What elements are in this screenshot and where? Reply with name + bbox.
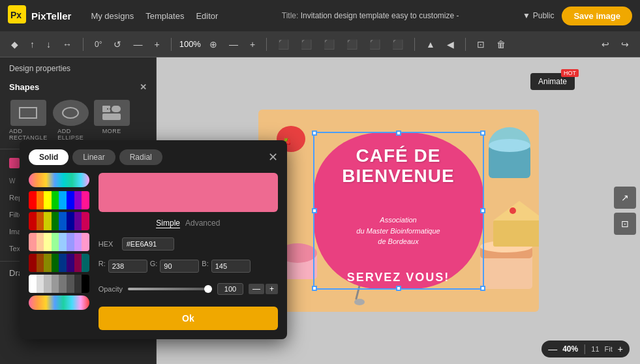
handle-top-center[interactable]	[396, 130, 401, 136]
swatch-indigo[interactable]	[67, 254, 74, 272]
swatch-white[interactable]	[29, 275, 37, 293]
swatch-green[interactable]	[52, 191, 59, 209]
ok-button[interactable]: Ok	[99, 307, 278, 330]
swatch-medblue[interactable]	[59, 212, 67, 230]
swatch-darkgreen[interactable]	[52, 212, 59, 230]
align-bottom-icon[interactable]: ⬛	[389, 38, 406, 51]
swatch-pink[interactable]	[82, 191, 89, 209]
swatch-teal[interactable]	[82, 254, 89, 272]
opacity-icon[interactable]: ⊕	[206, 38, 221, 51]
swatch-lightyellow[interactable]	[44, 233, 52, 251]
swatch-darkorange[interactable]	[37, 212, 44, 230]
nav-templates[interactable]: Templates	[145, 11, 184, 21]
swatch-maroon[interactable]	[29, 254, 37, 272]
delete-icon[interactable]: 🗑	[493, 38, 509, 51]
swatch-cobalt[interactable]	[59, 254, 67, 272]
redo-icon[interactable]: ↪	[618, 38, 632, 51]
swatch-purple[interactable]	[74, 191, 82, 209]
handle-bottom-left[interactable]	[312, 286, 317, 291]
swatch-darkgray[interactable]	[74, 275, 82, 293]
swatch-navy[interactable]	[67, 212, 74, 230]
swatch-black[interactable]	[82, 275, 89, 293]
swatch-brown[interactable]	[37, 254, 44, 272]
visibility-button[interactable]: ▼ Public	[523, 11, 555, 20]
swatch-forest[interactable]	[52, 254, 59, 272]
swatch-darkred[interactable]	[29, 212, 37, 230]
swatch-lightblue[interactable]	[59, 233, 67, 251]
swatch-darkpurple[interactable]	[74, 212, 82, 230]
selected-color-preview[interactable]	[99, 173, 278, 212]
align-vcenter-icon[interactable]: ⬛	[366, 38, 384, 51]
handle-top-left[interactable]	[312, 130, 317, 136]
swatch-gray2[interactable]	[52, 275, 59, 293]
r-input[interactable]	[108, 260, 147, 273]
diamond-icon[interactable]: ◆	[8, 38, 22, 51]
radial-tab[interactable]: Radial	[119, 149, 162, 165]
pro-color-swatch[interactable]	[9, 158, 20, 168]
share-button[interactable]: ↗	[614, 187, 636, 209]
move-horizontal-icon[interactable]: ↔	[59, 38, 75, 51]
swatch-darkyellow[interactable]	[44, 212, 52, 230]
swatch-lightpink[interactable]	[82, 233, 89, 251]
rotate-icon[interactable]: ↺	[110, 38, 125, 51]
gradient-row[interactable]	[29, 173, 89, 187]
copy-canvas-button[interactable]: ⊡	[614, 213, 636, 235]
swatch-lightred[interactable]	[29, 233, 37, 251]
move-up-icon[interactable]: ↑	[27, 38, 38, 51]
minus-icon[interactable]: —	[130, 38, 145, 51]
align-right-icon[interactable]: ⬛	[320, 38, 338, 51]
add-rectangle-item[interactable]: ADDRECTANGLE	[9, 100, 48, 141]
opacity-slider[interactable]	[128, 288, 212, 290]
b-input[interactable]	[211, 260, 251, 273]
swatch-yellow[interactable]	[44, 191, 52, 209]
copy-icon[interactable]: ⊡	[474, 38, 488, 51]
minus2-icon[interactable]: —	[226, 38, 241, 51]
simple-mode[interactable]: Simple	[156, 219, 180, 228]
swatch-lightgreen[interactable]	[52, 233, 59, 251]
undo-icon[interactable]: ↩	[598, 38, 613, 51]
swatch-gray3[interactable]	[59, 275, 67, 293]
zoom-in-button[interactable]: +	[618, 344, 623, 354]
handle-mid-right[interactable]	[480, 208, 485, 213]
swatch-darkpink[interactable]	[82, 212, 89, 230]
swatch-lavender[interactable]	[74, 233, 82, 251]
plus-icon[interactable]: +	[151, 38, 162, 51]
animate-button[interactable]: Animate HOT	[530, 73, 575, 90]
swatch-olive[interactable]	[44, 254, 52, 272]
solid-tab[interactable]: Solid	[29, 149, 69, 165]
swatch-gray4[interactable]	[67, 275, 74, 293]
nav-editor[interactable]: Editor	[196, 11, 218, 21]
picker-close-button[interactable]: ✕	[268, 150, 278, 164]
nav-my-designs[interactable]: My designs	[91, 11, 134, 21]
swatch-darkblue[interactable]	[67, 191, 74, 209]
handle-bottom-center[interactable]	[396, 286, 401, 291]
swatch-crimson[interactable]	[74, 254, 82, 272]
swatch-gray1[interactable]	[44, 275, 52, 293]
align-left-icon[interactable]: ⬛	[275, 38, 292, 51]
zoom-out-button[interactable]: —	[548, 344, 557, 354]
flip-h-icon[interactable]: ▲	[423, 38, 438, 51]
swatch-row-gradient2[interactable]	[29, 296, 89, 310]
save-image-button[interactable]: Save image	[562, 7, 632, 25]
swatch-lightgray[interactable]	[37, 275, 44, 293]
fit-button[interactable]: Fit	[605, 345, 613, 353]
close-icon[interactable]: ✕	[140, 82, 147, 92]
add-ellipse-item[interactable]: ADDELLIPSE	[53, 100, 89, 141]
plus2-icon[interactable]: +	[247, 38, 258, 51]
swatch-orange[interactable]	[37, 191, 44, 209]
handle-top-right[interactable]	[480, 130, 485, 136]
align-top-icon[interactable]: ⬛	[343, 38, 361, 51]
swatch-red[interactable]	[29, 191, 37, 209]
g-input[interactable]	[160, 260, 199, 273]
opacity-plus-button[interactable]: +	[266, 284, 278, 294]
advanced-mode[interactable]: Advanced	[185, 219, 220, 228]
align-center-icon[interactable]: ⬛	[297, 38, 315, 51]
handle-mid-left[interactable]	[312, 208, 317, 213]
more-shapes-item[interactable]: MORE	[94, 100, 130, 141]
opacity-value-input[interactable]	[217, 283, 243, 295]
move-down-icon[interactable]: ↓	[43, 38, 54, 51]
linear-tab[interactable]: Linear	[72, 149, 115, 165]
opacity-minus-button[interactable]: —	[249, 284, 264, 294]
flip-v-icon[interactable]: ◀	[444, 38, 457, 51]
swatch-lightorange[interactable]	[37, 233, 44, 251]
